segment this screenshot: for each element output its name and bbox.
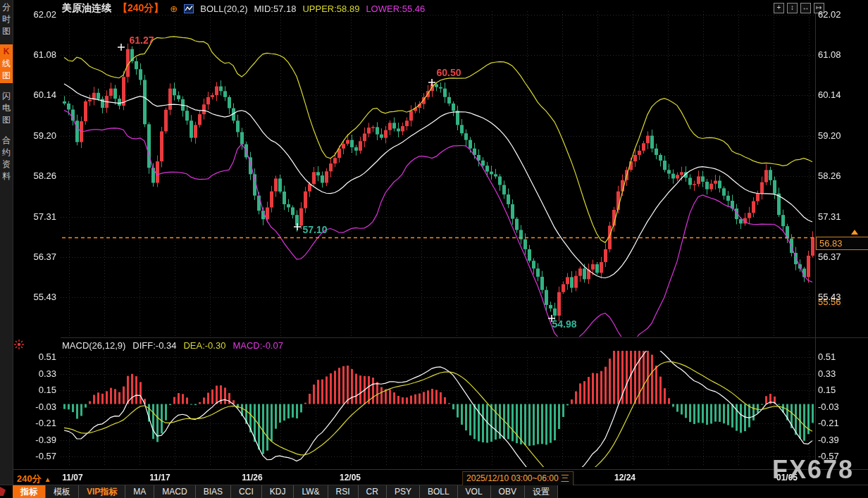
sidebar-item-char: 闪 (0, 90, 13, 102)
toolbar-item-RSI[interactable]: RSI (328, 485, 359, 498)
time-axis-tick: 11/07 (62, 473, 82, 483)
sidebar-item-char: 资 (0, 158, 13, 170)
link-icon[interactable]: ⊕ (170, 4, 178, 14)
sidebar-item-char: K (0, 46, 13, 58)
chart-type-sidebar: 分时图K线图闪电图合约资料 (0, 0, 13, 485)
macd-axis-label: 0.51 (24, 351, 56, 362)
macd-axis-label: 0.51 (818, 351, 836, 362)
sidebar-item-char: 时 (0, 13, 13, 25)
price-annotation: 54.98 (552, 318, 576, 330)
time-axis-tick: 11/26 (242, 473, 262, 483)
toolbar-item-BOLL[interactable]: BOLL (420, 485, 458, 498)
macd-axis-label: -0.03 (24, 401, 56, 412)
price-axis-label: 62.02 (24, 9, 56, 20)
toolbar-item-PSY[interactable]: PSY (387, 485, 420, 498)
macd-macd-value: MACD:-0.07 (232, 340, 283, 351)
macd-diff-value: DIFF:-0.34 (132, 340, 176, 351)
toolbar-item-CR[interactable]: CR (359, 485, 387, 498)
sidebar-item-contract-info[interactable]: 合约资料 (0, 133, 13, 184)
price-axis-label: 62.02 (818, 9, 841, 20)
toolbar-item-VOL[interactable]: VOL (458, 485, 491, 498)
price-axis-label: 55.43 (24, 292, 56, 302)
toolbar-item-MA[interactable]: MA (125, 485, 154, 498)
price-axis-label: 56.37 (818, 251, 841, 262)
period-tag[interactable]: 【240分】 (118, 2, 163, 15)
price-axis-label: 57.31 (24, 211, 56, 222)
macd-axis-label: -0.03 (818, 401, 839, 412)
time-axis: 240分▲ 2025/12/10 03:00~06:00 三 11/0711/1… (0, 470, 868, 485)
toolbar-item-MACD[interactable]: MACD (154, 485, 195, 498)
price-axis-label: 59.20 (24, 130, 56, 141)
price-up-arrow-icon (851, 230, 858, 235)
time-axis-tick: 11/17 (149, 473, 170, 483)
watermark: FX678 (772, 455, 854, 485)
macd-header: MACD(26,12,9) DIFF:-0.34 DEA:-0.30 MACD:… (62, 340, 283, 351)
price-axis-label: 58.26 (818, 170, 841, 181)
sidebar-item-char: 图 (0, 70, 13, 82)
macd-axis-label: -0.21 (818, 418, 839, 428)
boll-mid-value: MID:57.18 (254, 4, 296, 14)
time-axis-tick: 12/05 (340, 473, 361, 483)
time-axis-tick: 12/24 (614, 473, 636, 483)
sidebar-item-char: 图 (0, 114, 13, 126)
sidebar-item-kline-chart[interactable]: K线图 (0, 44, 13, 83)
price-axis-label: 59.20 (818, 130, 841, 141)
toolbar-item-CCI[interactable]: CCI (231, 485, 262, 498)
chart-header: 美原油连续 【240分】 ⊕ BOLL(20,2) MID:57.18 UPPE… (62, 3, 425, 14)
price-axis-label: 57.31 (818, 211, 841, 222)
hovered-candle-datetime: 2025/12/10 03:00~06:00 三 (462, 471, 574, 486)
toolbar-item-设置[interactable]: 设置 (525, 485, 558, 498)
price-annotation: 61.27 (129, 35, 154, 46)
macd-dea-value: DEA:-0.30 (183, 340, 225, 351)
price-axis-label: 58.26 (24, 170, 56, 181)
toolbar-item-OBV[interactable]: OBV (491, 485, 525, 498)
sidebar-item-char: 分 (0, 1, 13, 13)
price-axis-label: 55.43 (818, 292, 841, 302)
toolbar-item-模板[interactable]: 模板 (46, 485, 79, 498)
sidebar-item-char: 料 (0, 170, 13, 182)
price-annotation: 57.10 (302, 224, 327, 235)
price-axis-label: 61.08 (24, 49, 56, 60)
toolbar-item-BIAS[interactable]: BIAS (196, 485, 231, 498)
price-axis-label: 61.08 (818, 49, 841, 60)
macd-title: MACD(26,12,9) (62, 340, 125, 351)
move-tool-icon[interactable]: + (774, 3, 784, 13)
boll-upper-value: UPPER:58.89 (302, 4, 359, 14)
sidebar-item-char: 约 (0, 147, 13, 158)
period-selector[interactable]: 240分▲ (17, 473, 51, 485)
sidebar-item-time-share-chart[interactable]: 分时图 (0, 0, 13, 39)
indicator-marker-icon[interactable] (13, 339, 25, 353)
sidebar-item-flash-chart[interactable]: 闪电图 (0, 89, 13, 127)
toolbar-item-LW&[interactable]: LW& (294, 485, 328, 498)
triangle-up-icon: ▲ (44, 475, 51, 483)
chart-tool-buttons: +↕↔↦ (774, 3, 824, 13)
macd-axis-label: -0.39 (24, 435, 56, 445)
sidebar-item-char: 线 (0, 58, 13, 70)
kline-chart-icon[interactable] (184, 4, 194, 13)
indicator-toolbar: 指标模板VIP指标MAMACDBIASCCIKDJLW&RSICRPSYBOLL… (0, 485, 868, 498)
macd-axis-label: 0.33 (24, 368, 56, 379)
macd-axis-label: 0.15 (818, 385, 836, 395)
sidebar-item-char: 图 (0, 25, 13, 37)
sidebar-item-char: 合 (0, 135, 13, 147)
price-axis-label: 60.14 (24, 89, 56, 100)
toolbar-item-VIP指标[interactable]: VIP指标 (79, 485, 125, 498)
macd-axis-label: 0.15 (24, 385, 56, 395)
instrument-name: 美原油连续 (62, 2, 111, 15)
zoom-x-axis-icon[interactable]: ↔ (800, 3, 811, 13)
macd-axis-label: -0.21 (24, 418, 56, 428)
macd-axis-label: 0.33 (818, 368, 836, 379)
toolbar-item-指标[interactable]: 指标 (13, 485, 46, 498)
zoom-y-axis-icon[interactable]: ↕ (787, 3, 798, 13)
sidebar-item-char: 电 (0, 102, 13, 114)
price-axis-label: 60.14 (818, 89, 841, 100)
price-axis-label: 56.37 (24, 251, 56, 262)
price-annotation: 60.50 (436, 67, 461, 78)
macd-axis-label: -0.39 (818, 435, 839, 445)
toolbar-item-KDJ[interactable]: KDJ (262, 485, 294, 498)
macd-axis-label: -0.57 (24, 451, 56, 461)
boll-lower-value: LOWER:55.46 (366, 4, 425, 14)
current-price-badge: 56.83 (816, 237, 868, 250)
boll-label: BOLL(20,2) (200, 4, 247, 14)
